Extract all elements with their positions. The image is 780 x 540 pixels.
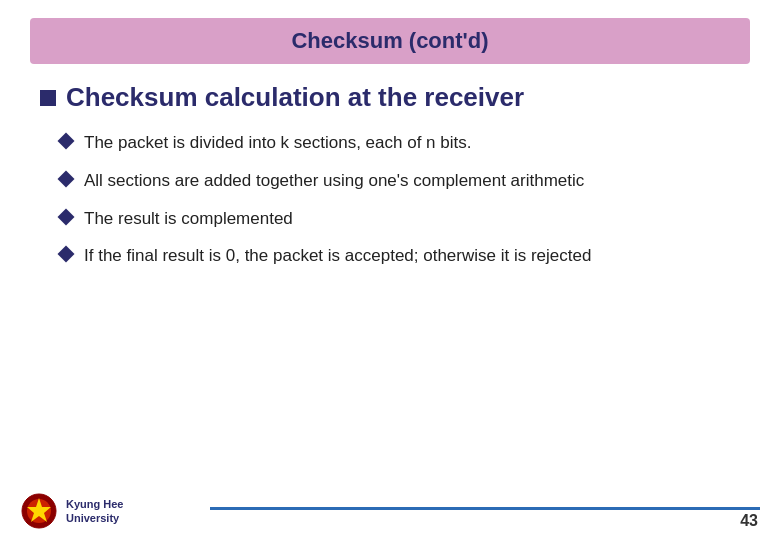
list-item: If the final result is 0, the packet is … <box>60 244 740 268</box>
bullet-text: All sections are added together using on… <box>84 169 740 193</box>
university-logo <box>20 492 58 530</box>
page-number: 43 <box>740 512 760 530</box>
slide-content: Checksum calculation at the receiver The… <box>0 64 780 492</box>
university-line1: Kyung Hee <box>66 497 123 511</box>
footer-line <box>210 507 760 510</box>
list-item: The packet is divided into k sections, e… <box>60 131 740 155</box>
list-item: All sections are added together using on… <box>60 169 740 193</box>
university-line2: University <box>66 511 123 525</box>
title-bar: Checksum (cont'd) <box>30 18 750 64</box>
square-bullet-icon <box>40 90 56 106</box>
bullet-text: The result is complemented <box>84 207 740 231</box>
bullet-list: The packet is divided into k sections, e… <box>40 131 740 268</box>
diamond-bullet-icon <box>58 246 75 263</box>
footer: Kyung Hee University 43 <box>0 492 780 540</box>
slide: Checksum (cont'd) Checksum calculation a… <box>0 0 780 540</box>
diamond-bullet-icon <box>58 208 75 225</box>
bullet-text: If the final result is 0, the packet is … <box>84 244 740 268</box>
main-heading-text: Checksum calculation at the receiver <box>66 82 524 113</box>
slide-title: Checksum (cont'd) <box>50 28 730 54</box>
bullet-text: The packet is divided into k sections, e… <box>84 131 740 155</box>
logo-area: Kyung Hee University <box>20 492 123 530</box>
footer-right: 43 <box>210 507 760 530</box>
main-heading: Checksum calculation at the receiver <box>40 82 740 113</box>
diamond-bullet-icon <box>58 133 75 150</box>
list-item: The result is complemented <box>60 207 740 231</box>
diamond-bullet-icon <box>58 170 75 187</box>
university-name: Kyung Hee University <box>66 497 123 526</box>
